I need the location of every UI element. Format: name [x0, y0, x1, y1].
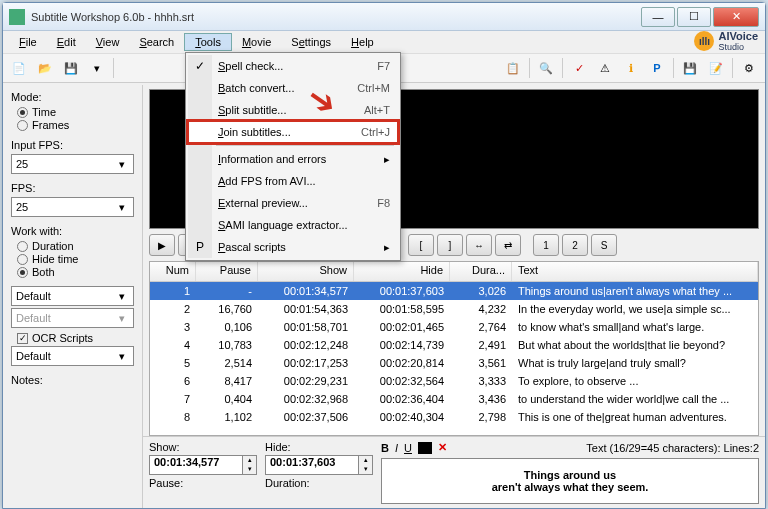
hide-input[interactable]: 00:01:37,603	[265, 455, 359, 475]
menu-item[interactable]: External preview...F8	[188, 192, 398, 214]
menu-item-icon: P	[192, 239, 208, 255]
underline-button[interactable]: U	[404, 442, 412, 454]
ww-hide-radio[interactable]: Hide time	[17, 253, 134, 265]
settings-icon[interactable]: ⚙	[737, 56, 761, 80]
menu-item-label: Spell check...	[218, 60, 283, 72]
separator	[529, 58, 530, 78]
menu-search[interactable]: Search	[129, 34, 184, 50]
clear-format-button[interactable]: ✕	[438, 441, 447, 454]
combo3[interactable]: Default▾	[11, 346, 134, 366]
hide-spinner[interactable]: ▴▾	[359, 455, 373, 475]
tool-icon[interactable]: 📋	[501, 56, 525, 80]
menu-edit[interactable]: Edit	[47, 34, 86, 50]
ocr-checkbox[interactable]: ✓OCR Scripts	[17, 332, 134, 344]
col-pause[interactable]: Pause	[196, 262, 258, 281]
fps-combo[interactable]: 25▾	[11, 197, 134, 217]
notes-label: Notes:	[11, 374, 134, 386]
italic-button[interactable]: I	[395, 442, 398, 454]
menu-file[interactable]: File	[9, 34, 47, 50]
ww-duration-radio[interactable]: Duration	[17, 240, 134, 252]
table-row[interactable]: 68,41700:02:29,23100:02:32,5643,333To ex…	[150, 372, 758, 390]
app-icon	[9, 9, 25, 25]
mode-time-radio[interactable]: Time	[17, 106, 134, 118]
chevron-down-icon: ▾	[115, 201, 129, 214]
menu-item[interactable]: PPascal scripts▸	[188, 236, 398, 258]
color-button[interactable]	[418, 442, 432, 454]
chevron-down-icon: ▾	[115, 290, 129, 303]
save2-icon[interactable]: 💾	[678, 56, 702, 80]
chevron-down-icon: ▾	[115, 312, 129, 325]
btn2[interactable]: 2	[562, 234, 588, 256]
separator	[732, 58, 733, 78]
menu-shortcut: F8	[377, 197, 390, 209]
submenu-arrow-icon: ▸	[384, 241, 390, 254]
table-row[interactable]: 81,10200:02:37,50600:02:40,3042,798This …	[150, 408, 758, 426]
sync2-button[interactable]: ⇄	[495, 234, 521, 256]
search-icon[interactable]: 🔍	[534, 56, 558, 80]
table-row[interactable]: 1-00:01:34,57700:01:37,6033,026Things ar…	[150, 282, 758, 300]
col-num[interactable]: Num	[150, 262, 196, 281]
menu-item[interactable]: Split subtitle...Alt+T	[188, 99, 398, 121]
workwith-label: Work with:	[11, 225, 134, 237]
menu-settings[interactable]: Settings	[281, 34, 341, 50]
col-hide[interactable]: Hide	[354, 262, 450, 281]
col-dura[interactable]: Dura...	[450, 262, 512, 281]
table-row[interactable]: 410,78300:02:12,24800:02:14,7392,491But …	[150, 336, 758, 354]
subtitle-preview[interactable]: Things around us aren't always what they…	[381, 458, 759, 504]
close-button[interactable]: ✕	[713, 7, 759, 27]
mark-start-button[interactable]: [	[408, 234, 434, 256]
spellcheck-icon[interactable]: ✓	[567, 56, 591, 80]
bold-button[interactable]: B	[381, 442, 389, 454]
combo2[interactable]: Default▾	[11, 308, 134, 328]
table-row[interactable]: 70,40400:02:32,96800:02:36,4043,436to un…	[150, 390, 758, 408]
duration-label: Duration:	[265, 477, 373, 489]
menubar: File Edit View Search Tools Movie Settin…	[3, 31, 765, 53]
pause-label: Pause:	[149, 477, 257, 489]
col-text[interactable]: Text	[512, 262, 758, 281]
separator	[113, 58, 114, 78]
open-button[interactable]: 📂	[33, 56, 57, 80]
table-row[interactable]: 52,51400:02:17,25300:02:20,8143,561What …	[150, 354, 758, 372]
save-button[interactable]: 💾	[59, 56, 83, 80]
table-row[interactable]: 216,76000:01:54,36300:01:58,5954,232In t…	[150, 300, 758, 318]
btn1[interactable]: 1	[533, 234, 559, 256]
new-button[interactable]: 📄	[7, 56, 31, 80]
menu-item[interactable]: Join subtitles...Ctrl+J	[188, 121, 398, 143]
menu-tools[interactable]: Tools	[184, 33, 232, 51]
menu-item-label: Batch convert...	[218, 82, 294, 94]
menu-movie[interactable]: Movie	[232, 34, 281, 50]
menu-item[interactable]: Information and errors▸	[188, 148, 398, 170]
menu-item[interactable]: SAMI language extractor...	[188, 214, 398, 236]
btn-s[interactable]: S	[591, 234, 617, 256]
mark-end-button[interactable]: ]	[437, 234, 463, 256]
minimize-button[interactable]: —	[641, 7, 675, 27]
pascal-icon[interactable]: P	[645, 56, 669, 80]
hide-label: Hide:	[265, 441, 373, 453]
menu-help[interactable]: Help	[341, 34, 384, 50]
mode-frames-radio[interactable]: Frames	[17, 119, 134, 131]
show-spinner[interactable]: ▴▾	[243, 455, 257, 475]
combo1[interactable]: Default▾	[11, 286, 134, 306]
warning-icon[interactable]: ⚠	[593, 56, 617, 80]
menu-shortcut: F7	[377, 60, 390, 72]
menu-item[interactable]: ✓Spell check...F7	[188, 55, 398, 77]
menu-item[interactable]: Batch convert...Ctrl+M	[188, 77, 398, 99]
play-button[interactable]: ▶	[149, 234, 175, 256]
maximize-button[interactable]: ☐	[677, 7, 711, 27]
text-stats: Text (16/29=45 characters): Lines:2	[586, 442, 759, 454]
col-show[interactable]: Show	[258, 262, 354, 281]
input-fps-combo[interactable]: 25▾	[11, 154, 134, 174]
window-title: Subtitle Workshop 6.0b - hhhh.srt	[31, 11, 641, 23]
menu-item-label: External preview...	[218, 197, 308, 209]
save-dropdown[interactable]: ▾	[85, 56, 109, 80]
show-input[interactable]: 00:01:34,577	[149, 455, 243, 475]
menu-view[interactable]: View	[86, 34, 130, 50]
config-icon[interactable]: 📝	[704, 56, 728, 80]
subtitle-table: Num Pause Show Hide Dura... Text 1-00:01…	[149, 261, 759, 436]
info-icon[interactable]: ℹ	[619, 56, 643, 80]
menu-item[interactable]: Add FPS from AVI...	[188, 170, 398, 192]
ww-both-radio[interactable]: Both	[17, 266, 134, 278]
sync-button[interactable]: ↔	[466, 234, 492, 256]
menu-item-icon: ✓	[192, 58, 208, 74]
table-row[interactable]: 30,10600:01:58,70100:02:01,4652,764to kn…	[150, 318, 758, 336]
